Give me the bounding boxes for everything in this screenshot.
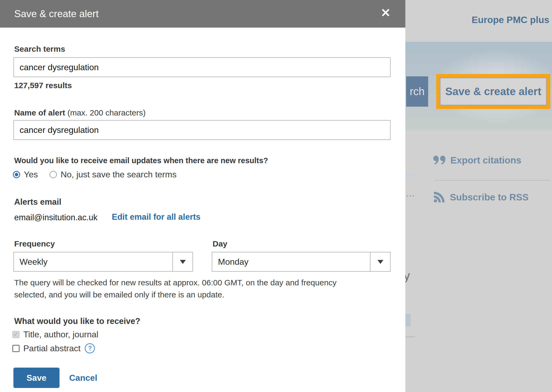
rss-icon — [433, 191, 445, 203]
checkbox-title-author-journal: ✓ — [12, 331, 20, 338]
radio-yes[interactable] — [13, 171, 20, 178]
alert-name-input[interactable] — [13, 120, 391, 140]
subscribe-rss-label: Subscribe to RSS — [450, 192, 529, 203]
chevron-down-icon — [180, 260, 186, 264]
receive-option-partial-abstract: Partial abstract ? — [12, 344, 95, 353]
modal-header: Save & create alert ✕ — [0, 0, 405, 28]
background-fragment-line — [405, 337, 415, 337]
receive-question: What would you like to receive? — [14, 316, 140, 326]
export-citations-row[interactable]: Export citations — [433, 155, 521, 166]
day-label: Day — [213, 239, 227, 248]
chevron-down-icon — [377, 260, 383, 264]
subscribe-rss-row[interactable]: Subscribe to RSS — [433, 191, 529, 203]
modal-title: Save & create alert — [14, 0, 99, 28]
checkbox-title-author-journal-label: Title, author, journal — [23, 330, 98, 339]
day-value: Monday — [218, 252, 249, 271]
checkbox-partial-abstract[interactable] — [12, 345, 20, 352]
frequency-label: Frequency — [14, 239, 55, 248]
checkbox-partial-abstract-label[interactable]: Partial abstract — [23, 344, 80, 353]
background-fragment-ellipsis: … — [405, 188, 415, 199]
schedule-note-line1: The query will be checked for new result… — [14, 278, 336, 287]
alerts-email-label: Alerts email — [14, 197, 61, 207]
schedule-note-line2: selected, and you will be emailed only i… — [14, 290, 224, 299]
save-create-alert-modal: Save & create alert ✕ Search terms 127,5… — [0, 0, 405, 392]
frequency-value: Weekly — [20, 252, 47, 271]
sidebar-divider — [435, 180, 550, 181]
alert-name-label: Name of alert (max. 200 characters) — [14, 108, 146, 117]
email-updates-options: Yes No, just save the search terms — [13, 169, 176, 180]
help-icon[interactable]: ? — [85, 343, 95, 353]
export-citations-label: Export citations — [450, 155, 521, 166]
quote-icon — [433, 155, 446, 165]
results-count: 127,597 results — [14, 81, 72, 90]
save-create-alert-highlight: Save & create alert — [436, 74, 550, 109]
search-terms-label: Search terms — [14, 44, 65, 54]
radio-no[interactable] — [50, 171, 57, 178]
check-icon: ✓ — [13, 331, 18, 338]
email-updates-question: Would you like to receive email updates … — [14, 156, 268, 165]
radio-no-label[interactable]: No, just save the search terms — [61, 170, 176, 180]
save-button[interactable]: Save — [13, 368, 60, 388]
search-button-fragment[interactable]: rch — [406, 76, 428, 107]
frequency-dropdown-arrow — [172, 252, 192, 271]
day-select[interactable]: Monday — [212, 252, 391, 272]
day-dropdown-arrow — [370, 252, 390, 271]
close-icon[interactable]: ✕ — [381, 6, 391, 20]
frequency-select[interactable]: Weekly — [13, 252, 193, 272]
alerts-email-value: email@insitution.ac.uk — [14, 213, 98, 222]
alert-name-hint: (max. 200 characters) — [67, 108, 146, 117]
background-fragment-bar — [405, 173, 415, 177]
cancel-button[interactable]: Cancel — [69, 373, 97, 383]
europe-pmc-plus-link[interactable]: Europe PMC plus — [472, 14, 549, 25]
background-fragment-rect — [405, 314, 411, 326]
edit-email-link[interactable]: Edit email for all alerts — [112, 212, 201, 222]
radio-yes-label[interactable]: Yes — [24, 170, 38, 180]
page: Europe PMC plus rch Save & create alert … — [0, 0, 552, 392]
background-page: Europe PMC plus rch Save & create alert … — [405, 0, 552, 392]
search-terms-input[interactable] — [13, 57, 391, 77]
alert-name-label-bold: Name of alert — [14, 108, 65, 117]
save-create-alert-button[interactable]: Save & create alert — [440, 78, 547, 105]
receive-option-title-author-journal: ✓ Title, author, journal — [12, 330, 98, 339]
